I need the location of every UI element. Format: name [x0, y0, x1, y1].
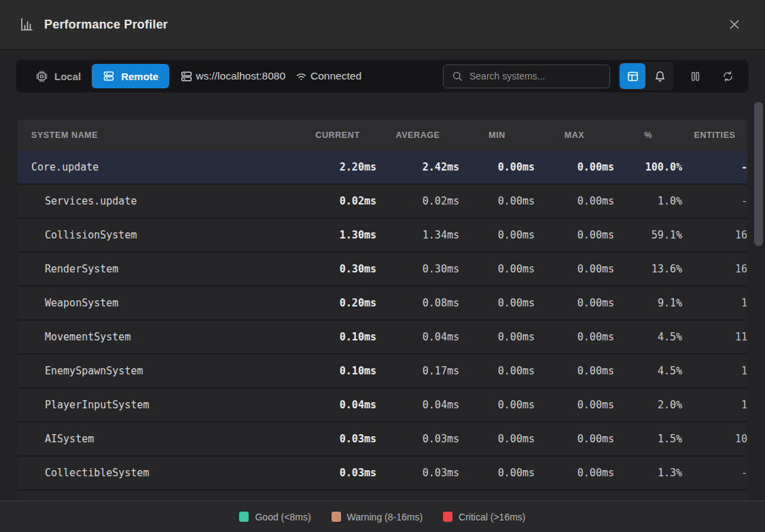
column-header--[interactable]: %	[614, 130, 682, 140]
cell-max: 0.00ms	[535, 467, 614, 479]
cell-max: 0.00ms	[535, 229, 614, 241]
cell-percent: 4.5%	[614, 331, 682, 343]
server-icon	[180, 70, 193, 83]
local-mode-label: Local	[54, 71, 81, 82]
cell-max: 0.00ms	[535, 399, 614, 411]
alerts-button[interactable]	[647, 63, 673, 89]
view-toggle-group	[618, 62, 674, 90]
column-header-average[interactable]: AVERAGE	[376, 130, 459, 140]
title-bar: Performance Profiler	[0, 0, 765, 50]
cell-system-name: CollisionSystem	[18, 229, 299, 241]
close-button[interactable]	[723, 13, 746, 36]
cell-percent: 1.5%	[614, 433, 682, 445]
remote-mode-button[interactable]: Remote	[92, 64, 169, 88]
cell-average: 0.04ms	[376, 331, 459, 343]
cell-system-name: WeaponSystem	[18, 297, 299, 309]
refresh-button[interactable]	[719, 67, 736, 85]
cell-entities: 10	[682, 433, 747, 445]
cell-average: 0.02ms	[376, 195, 459, 207]
legend-swatch	[239, 512, 249, 522]
legend-swatch	[443, 512, 452, 522]
cell-average: 2.42ms	[376, 161, 459, 173]
cell-percent: 1.0%	[614, 195, 682, 207]
cell-entities: 1	[682, 297, 747, 309]
cell-min: 0.00ms	[459, 229, 535, 241]
table-row[interactable]: PlayerInputSystem0.04ms0.04ms0.00ms0.00m…	[18, 389, 747, 423]
cell-current: 0.30ms	[299, 263, 376, 275]
cell-entities: 1	[682, 399, 747, 411]
cell-system-name: Core.update	[18, 161, 299, 173]
table-header-row: SYSTEM NAMECURRENTAVERAGEMINMAX%ENTITIES	[18, 120, 747, 151]
cell-system-name: Services.update	[18, 195, 299, 207]
local-mode-button[interactable]: Local	[24, 64, 92, 88]
table-row[interactable]: EnemySpawnSystem0.10ms0.17ms0.00ms0.00ms…	[18, 355, 747, 389]
systems-table: SYSTEM NAMECURRENTAVERAGEMINMAX%ENTITIES…	[18, 120, 747, 501]
cell-max: 0.00ms	[535, 433, 614, 445]
cell-average: 0.03ms	[376, 433, 459, 445]
column-header-system-name[interactable]: SYSTEM NAME	[18, 130, 299, 140]
cell-min: 0.00ms	[459, 467, 535, 479]
column-header-current[interactable]: CURRENT	[299, 130, 376, 140]
bar-chart-icon	[19, 17, 34, 32]
vertical-scrollbar[interactable]	[754, 99, 764, 501]
legend-label: Warning (8-16ms)	[347, 512, 423, 522]
cell-average: 1.34ms	[376, 229, 459, 241]
search-input[interactable]	[469, 71, 601, 82]
column-header-entities[interactable]: ENTITIES	[682, 130, 747, 140]
cell-max: 0.00ms	[535, 195, 614, 207]
cell-average: 0.17ms	[376, 365, 459, 377]
cell-current: 1.30ms	[299, 229, 376, 241]
table-row[interactable]: MovementSystem0.10ms0.04ms0.00ms0.00ms4.…	[18, 321, 747, 355]
cell-percent: 9.1%	[614, 297, 682, 309]
cell-entities: 16	[682, 263, 747, 275]
close-icon	[728, 18, 741, 31]
scrollbar-thumb[interactable]	[754, 102, 763, 246]
table-row[interactable]: RenderSystem0.30ms0.30ms0.00ms0.00ms13.6…	[18, 253, 747, 287]
cell-max: 0.00ms	[535, 297, 614, 309]
table-row[interactable]: Core.update2.20ms2.42ms0.00ms0.00ms100.0…	[18, 151, 747, 185]
table-row[interactable]: CollisionSystem1.30ms1.34ms0.00ms0.00ms5…	[18, 219, 747, 253]
cell-average: 0.30ms	[376, 263, 459, 275]
pause-button[interactable]	[686, 67, 704, 85]
table-row[interactable]: Services.update0.02ms0.02ms0.00ms0.00ms1…	[18, 185, 747, 219]
cell-system-name: EnemySpawnSystem	[18, 365, 299, 377]
cell-system-name: PlayerInputSystem	[18, 399, 299, 411]
cell-average: 0.04ms	[376, 399, 459, 411]
cell-entities: 11	[682, 331, 747, 343]
connection-status-label: Connected	[310, 70, 361, 82]
cell-current: 0.03ms	[299, 467, 376, 479]
wifi-icon	[295, 70, 308, 83]
cell-min: 0.00ms	[459, 195, 535, 207]
table-row[interactable]: AISystem0.03ms0.03ms0.00ms0.00ms1.5%10	[18, 423, 747, 457]
endpoint-indicator: ws://localhost:8080	[180, 70, 285, 83]
cell-entities: -	[682, 195, 747, 207]
cell-current: 0.03ms	[299, 433, 376, 445]
search-icon	[452, 71, 463, 82]
cell-min: 0.00ms	[459, 263, 535, 275]
toolbar: Local Remote ws://localhost:8080	[16, 60, 749, 92]
cell-min: 0.00ms	[459, 161, 535, 173]
legend-swatch	[332, 512, 341, 522]
table-row[interactable]: CollectibleSystem0.03ms0.03ms0.00ms0.00m…	[18, 457, 747, 491]
table-row[interactable]: WeaponSystem0.20ms0.08ms0.00ms0.00ms9.1%…	[18, 287, 747, 321]
performance-profiler-window: Performance Profiler Local	[0, 0, 765, 532]
cell-entities: -	[682, 161, 747, 173]
table-view-button[interactable]	[620, 63, 645, 89]
connection-indicator: Connected	[295, 70, 361, 83]
cell-system-name: AISystem	[18, 433, 299, 445]
cell-entities: -	[682, 467, 747, 479]
legend-label: Critical (>16ms)	[459, 512, 525, 522]
cell-current: 0.10ms	[299, 331, 376, 343]
cell-min: 0.00ms	[459, 433, 535, 445]
legend-item: Good (<8ms)	[239, 512, 310, 522]
cell-min: 0.00ms	[459, 331, 535, 343]
cell-percent: 1.3%	[614, 467, 682, 479]
search-box	[443, 65, 610, 88]
cell-system-name: RenderSystem	[18, 263, 299, 275]
cell-min: 0.00ms	[459, 365, 535, 377]
status-legend: Good (<8ms)Warning (8-16ms)Critical (>16…	[0, 501, 765, 532]
pause-icon	[689, 70, 702, 83]
column-header-max[interactable]: MAX	[535, 130, 614, 140]
cell-max: 0.00ms	[535, 263, 614, 275]
column-header-min[interactable]: MIN	[459, 130, 535, 140]
